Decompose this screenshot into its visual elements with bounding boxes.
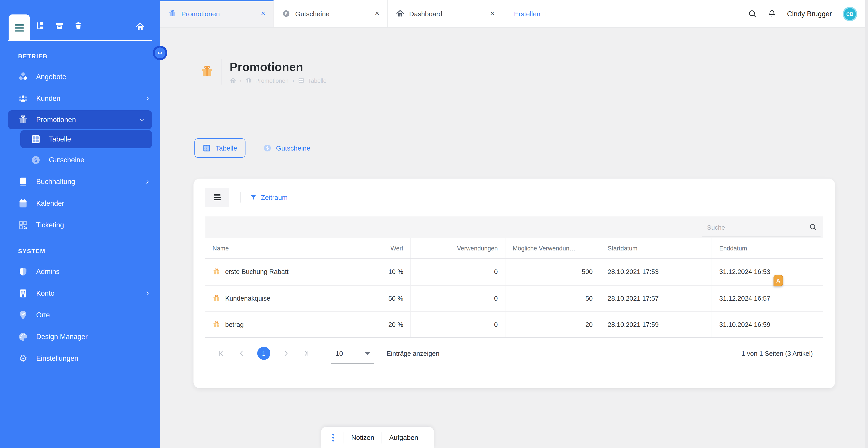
gift-icon	[245, 77, 252, 84]
ellipsis-vertical-icon[interactable]	[330, 433, 336, 442]
sidebar-item-kunden[interactable]: Kunden	[0, 88, 160, 109]
close-icon[interactable]: ×	[375, 9, 379, 18]
cell-verwendungen: 0	[410, 312, 505, 337]
cell-wert: 20 %	[317, 312, 410, 337]
breadcrumb: › Promotionen ›	[230, 77, 327, 84]
sidebar-item-angebote[interactable]: Angebote	[0, 66, 160, 88]
users-icon	[18, 94, 28, 103]
chevron-down-icon	[139, 117, 145, 123]
view-tab-tabelle[interactable]: Tabelle	[194, 138, 245, 158]
section-label: SYSTEM	[0, 248, 160, 255]
avatar[interactable]: CB	[843, 6, 857, 21]
table-toolbar: Zeitraum	[205, 188, 823, 207]
sidebar-item-ticketing[interactable]: Ticketing	[0, 214, 160, 236]
topbar: Promotionen × $ Gutscheine × Dashboard ×	[160, 0, 868, 28]
home-icon	[396, 9, 404, 18]
scrollbar[interactable]	[865, 0, 868, 448]
cubes-icon	[18, 72, 28, 82]
sidebar-section-betrieb: BETRIEB Angebote Kunden	[0, 53, 160, 236]
entries-label: Einträge anzeigen	[386, 350, 439, 357]
table-header-row: Name Wert Verwendungen Mögliche Verwendu…	[205, 238, 823, 259]
sidebar-item-admins[interactable]: Admins	[0, 261, 160, 283]
tab-dashboard[interactable]: Dashboard ×	[388, 0, 503, 27]
sidebar-item-promotionen[interactable]: Promotionen	[8, 110, 152, 129]
svg-text:$: $	[266, 146, 269, 151]
hamburger-icon	[214, 194, 220, 200]
last-page-icon[interactable]	[303, 349, 310, 357]
sidebar-item-kalender[interactable]: Kalender	[0, 193, 160, 214]
trash-icon[interactable]	[74, 22, 83, 30]
view-tab-label: Tabelle	[216, 144, 237, 152]
page-header: Promotionen › Promotion	[200, 59, 327, 85]
funnel-icon	[250, 194, 257, 201]
sidebar-header	[0, 0, 160, 41]
table-row[interactable]: erste Buchung Rabatt 10 % 0 500 28.10.20…	[205, 259, 823, 285]
view-tab-gutscheine[interactable]: $ Gutscheine	[263, 144, 310, 152]
sidebar-item-label: Promotionen	[36, 116, 76, 124]
svg-text:$: $	[34, 157, 37, 163]
tab-gutscheine[interactable]: $ Gutscheine ×	[274, 0, 388, 27]
sidebar-menu-button[interactable]	[8, 14, 30, 41]
tab-promotionen[interactable]: Promotionen ×	[160, 0, 274, 27]
next-page-icon[interactable]	[282, 349, 290, 357]
breadcrumb-item[interactable]: Promotionen	[255, 77, 288, 84]
tab-label: Promotionen	[181, 10, 220, 18]
close-icon[interactable]: ×	[261, 9, 266, 18]
dock-divider	[344, 431, 344, 443]
page-title: Promotionen	[230, 60, 327, 74]
sidebar-item-einstellungen[interactable]: ⚙ Einstellungen	[0, 348, 160, 369]
column-header[interactable]: Mögliche Verwendun…	[505, 238, 600, 258]
bell-icon[interactable]	[768, 9, 776, 18]
sidebar-collapse-button[interactable]: ↔	[153, 46, 167, 60]
column-header[interactable]: Wert	[317, 238, 410, 258]
column-header[interactable]: Enddatum	[712, 238, 823, 258]
plus-icon: +	[544, 10, 548, 18]
gift-icon	[168, 9, 176, 18]
search-icon[interactable]	[748, 9, 757, 18]
dock-divider	[381, 431, 382, 443]
archive-icon[interactable]	[55, 22, 64, 30]
cell-startdatum: 28.10.2021 17:53	[600, 259, 712, 285]
qr-code-icon	[18, 220, 28, 230]
search-icon[interactable]	[809, 223, 817, 231]
badge-dollar-icon: $	[282, 9, 290, 18]
collaborator-cursor-badge: A	[774, 275, 783, 286]
breadcrumb-item[interactable]: Tabelle	[308, 77, 327, 84]
table-menu-button[interactable]	[205, 188, 229, 207]
sidebar-item-konto[interactable]: Konto	[0, 283, 160, 304]
first-page-icon[interactable]	[217, 349, 225, 357]
sidebar-item-label: Ticketing	[36, 221, 64, 229]
user-name[interactable]: Cindy Brugger	[787, 10, 832, 18]
column-header[interactable]: Startdatum	[600, 238, 712, 258]
bottom-dock: Notizen Aufgaben	[321, 427, 434, 448]
sidebar-item-tabelle[interactable]: Tabelle	[20, 130, 152, 148]
folder-tree-icon[interactable]	[36, 22, 45, 30]
close-icon[interactable]: ×	[490, 9, 495, 18]
dock-item-aufgaben[interactable]: Aufgaben	[389, 434, 418, 441]
sidebar-item-design-manager[interactable]: Design Manager	[0, 326, 160, 348]
svg-text:$: $	[285, 11, 287, 16]
column-header[interactable]: Verwendungen	[410, 238, 505, 258]
column-header[interactable]: Name	[205, 238, 317, 258]
sidebar-item-gutscheine[interactable]: $ Gutscheine	[0, 149, 160, 171]
search-input[interactable]	[702, 218, 820, 236]
table-row[interactable]: betrag 20 % 0 20 28.10.2021 17:59 31.10.…	[205, 311, 823, 337]
tab-label: Dashboard	[409, 10, 442, 18]
home-icon[interactable]	[135, 22, 145, 31]
prev-page-icon[interactable]	[238, 349, 246, 357]
palette-icon	[18, 332, 28, 342]
page-size-select[interactable]: 10	[331, 343, 374, 364]
zeitraum-filter-button[interactable]: Zeitraum	[250, 193, 287, 201]
sidebar-item-buchhaltung[interactable]: Buchhaltung	[0, 171, 160, 193]
caret-down-icon	[365, 352, 370, 355]
sidebar-item-orte[interactable]: Orte	[0, 304, 160, 326]
tab-erstellen-new[interactable]: Erstellen +	[503, 0, 559, 27]
cell-name: erste Buchung Rabatt	[225, 268, 289, 275]
sidebar-item-label: Gutscheine	[49, 156, 84, 164]
table-row[interactable]: Kundenakquise 50 % 0 50 28.10.2021 17:57…	[205, 285, 823, 311]
table-icon	[203, 144, 211, 152]
current-page-button[interactable]: 1	[257, 347, 270, 360]
pagination: 1 10 Einträge anzeigen 1	[205, 337, 823, 369]
home-icon[interactable]	[230, 77, 236, 84]
dock-item-notizen[interactable]: Notizen	[351, 434, 374, 441]
